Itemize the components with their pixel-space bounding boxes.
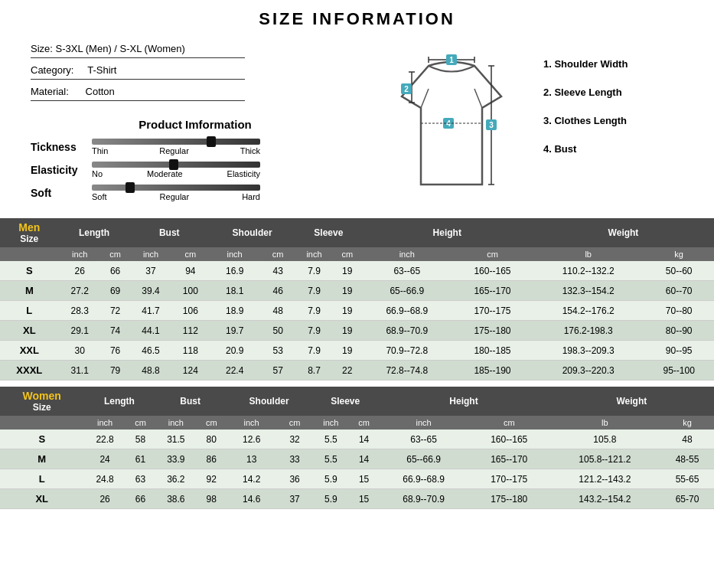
men-size-cell: M <box>0 281 59 301</box>
men-data-cell: 124 <box>172 361 209 381</box>
men-data-cell: 118 <box>172 341 209 361</box>
men-data-cell: 53 <box>260 341 295 361</box>
men-col-bust: Bust <box>129 218 209 247</box>
women-sub-bust-inch: inch <box>155 416 197 430</box>
table-row: XL266638.69814.6375.91568.9--70.9175--18… <box>0 489 714 509</box>
elasticity-scale-labels: No Moderate Elasticity <box>92 169 260 178</box>
men-data-cell: 70--80 <box>644 301 714 321</box>
women-sub-shoulder-inch: inch <box>226 416 277 430</box>
men-data-cell: 175--180 <box>452 321 533 341</box>
soft-regular: Regular <box>160 192 190 201</box>
size-value: S-3XL (Men) / S-XL (Women) <box>56 43 185 54</box>
men-data-cell: 48.8 <box>129 361 171 381</box>
women-data-cell: 58 <box>126 430 155 449</box>
women-data-cell: 14.2 <box>226 469 277 489</box>
women-data-cell: 61 <box>126 449 155 469</box>
category-info: Category: T-Shirt <box>31 64 245 80</box>
men-data-cell: 16.9 <box>209 261 260 281</box>
men-data-cell: 7.9 <box>295 261 333 281</box>
elasticity-bar <box>92 162 260 168</box>
men-size-cell: S <box>0 261 59 281</box>
women-col-bust: Bust <box>155 387 226 416</box>
men-data-cell: 46 <box>260 281 295 301</box>
men-data-cell: 22 <box>333 361 362 381</box>
men-data-cell: 72 <box>101 301 130 321</box>
men-data-cell: 8.7 <box>295 361 333 381</box>
women-sub-sleeve-cm: cm <box>350 416 379 430</box>
men-data-cell: 50 <box>260 321 295 341</box>
men-section-label: Men Size <box>0 218 59 247</box>
women-data-cell: 5.9 <box>312 489 350 509</box>
men-col-height: Height <box>362 218 533 247</box>
men-data-cell: 19 <box>333 321 362 341</box>
category-value: T-Shirt <box>87 64 116 76</box>
men-data-cell: 209.3--220.3 <box>533 361 644 381</box>
women-data-cell: 63--65 <box>378 430 468 449</box>
soft-soft: Soft <box>92 192 107 201</box>
tickness-row: Tickness Thin Regular Thick <box>31 139 360 155</box>
women-size-cell: M <box>0 449 84 469</box>
women-data-cell: 24.8 <box>84 469 126 489</box>
table-row: S22.85831.58012.6325.51463--65160--16510… <box>0 430 714 449</box>
women-data-cell: 160--165 <box>469 430 549 449</box>
women-data-cell: 68.9--70.9 <box>378 489 468 509</box>
women-data-cell: 5.5 <box>312 430 350 449</box>
tickness-regular: Regular <box>159 146 189 155</box>
elasticity-scale: No Moderate Elasticity <box>92 162 260 178</box>
women-data-cell: 143.2--154.2 <box>549 489 660 509</box>
men-data-cell: 80--90 <box>644 321 714 341</box>
women-data-cell: 26 <box>84 489 126 509</box>
tickness-thick: Thick <box>240 146 260 155</box>
men-data-cell: 50--60 <box>644 261 714 281</box>
women-data-cell: 98 <box>197 489 226 509</box>
men-data-cell: 30 <box>59 341 101 361</box>
legend-item-3: 3. Clothes Length <box>543 115 689 126</box>
men-data-cell: 46.5 <box>129 341 171 361</box>
size-label: Size: <box>31 43 53 54</box>
women-sub-sleeve-inch: inch <box>312 416 350 430</box>
women-data-cell: 80 <box>197 430 226 449</box>
soft-label: Soft <box>31 187 92 199</box>
women-data-cell: 48 <box>660 430 714 449</box>
women-data-cell: 33.9 <box>155 449 197 469</box>
size-info: Size: S-3XL (Men) / S-XL (Women) <box>31 43 245 58</box>
page-title: SIZE INFORMATION <box>0 0 714 35</box>
women-col-weight: Weight <box>549 387 714 416</box>
men-data-cell: 19 <box>333 281 362 301</box>
men-col-sleeve: Sleeve <box>295 218 361 247</box>
tickness-scale: Thin Regular Thick <box>92 139 260 155</box>
men-sub-bust-inch: inch <box>129 247 171 261</box>
men-sub-size <box>0 247 59 261</box>
men-data-cell: 18.1 <box>209 281 260 301</box>
men-sub-length-inch: inch <box>59 247 101 261</box>
tshirt-svg: 1 2 3 4 <box>383 51 520 204</box>
men-sub-shoulder-inch: inch <box>209 247 260 261</box>
legend-item-4: 4. Bust <box>543 143 689 155</box>
women-data-cell: 31.5 <box>155 430 197 449</box>
men-col-shoulder: Shoulder <box>209 218 295 247</box>
women-data-cell: 86 <box>197 449 226 469</box>
men-sub-weight-lb: lb <box>533 247 644 261</box>
women-tbody: S22.85831.58012.6325.51463--65160--16510… <box>0 430 714 509</box>
soft-hard: Hard <box>242 192 260 201</box>
women-data-cell: 165--170 <box>469 449 549 469</box>
men-size-cell: XXL <box>0 341 59 361</box>
women-header: Women Size Length Bust Shoulder Sleeve H… <box>0 387 714 416</box>
women-sub-bust-cm: cm <box>197 416 226 430</box>
women-section-label: Women Size <box>0 387 84 416</box>
men-size-cell: XXXL <box>0 361 59 381</box>
soft-bar <box>92 185 260 191</box>
women-sub-height-cm: cm <box>469 416 549 430</box>
men-sub-weight-kg: kg <box>644 247 714 261</box>
legend-item-1: 1. Shoulder Width <box>543 58 689 70</box>
women-sub-size <box>0 416 84 430</box>
men-sub-height-inch: inch <box>362 247 452 261</box>
men-sub-height-cm: cm <box>452 247 533 261</box>
women-col-sleeve: Sleeve <box>312 387 378 416</box>
elasticity-high: Elasticity <box>227 169 260 178</box>
men-data-cell: 19 <box>333 341 362 361</box>
women-data-cell: 92 <box>197 469 226 489</box>
svg-text:3: 3 <box>489 121 494 129</box>
men-col-weight: Weight <box>533 218 714 247</box>
women-data-cell: 14 <box>350 430 379 449</box>
